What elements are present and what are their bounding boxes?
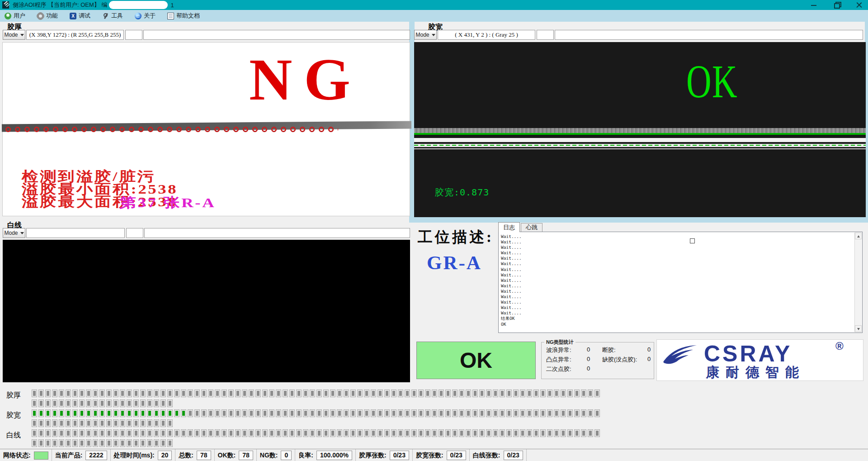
indicator-cell bbox=[201, 409, 207, 417]
indicator-cell bbox=[303, 390, 308, 397]
stat-wave-value: 0 bbox=[587, 346, 590, 353]
indicator-cell bbox=[289, 429, 295, 437]
indicator-cell bbox=[45, 419, 51, 427]
indicator-cell bbox=[32, 390, 37, 397]
indicator-cell bbox=[127, 409, 132, 417]
indicator-cell bbox=[52, 439, 57, 447]
chevron-down-icon bbox=[20, 34, 24, 36]
chevron-down-icon bbox=[20, 232, 24, 234]
menu-item-debug[interactable]: 调试 bbox=[70, 12, 90, 20]
indicator-cell bbox=[554, 409, 559, 417]
app-window: 侧涂AOI程序 【当前用户: OEM】 编 1 用户功能调试工具关于帮助文档 胶… bbox=[0, 0, 868, 461]
indicator-cell bbox=[99, 409, 105, 417]
indicator-cell bbox=[452, 429, 458, 437]
indicator-cell bbox=[127, 419, 132, 427]
result-ok-button[interactable]: OK bbox=[416, 342, 536, 379]
indicator-cell bbox=[350, 429, 356, 437]
indicator-cell bbox=[466, 409, 471, 417]
edge-line-green-dashed bbox=[414, 145, 866, 146]
indicator-cell bbox=[32, 439, 37, 447]
menu-item-about[interactable]: 关于 bbox=[135, 12, 156, 20]
indicator-cell bbox=[86, 409, 91, 417]
log-checkbox[interactable] bbox=[690, 238, 695, 243]
status-item-value: 100.000% bbox=[316, 451, 352, 460]
tab-log[interactable]: 日志 bbox=[498, 222, 520, 232]
log-scrollbar[interactable] bbox=[854, 233, 862, 332]
menu-item-tools[interactable]: 工具 bbox=[102, 12, 123, 20]
indicator-row bbox=[32, 439, 173, 447]
mode-label: Mode bbox=[4, 32, 18, 38]
indicator-cell bbox=[228, 409, 234, 417]
tab-heartbeat[interactable]: 心跳 bbox=[521, 223, 542, 232]
indicator-cell bbox=[249, 409, 254, 417]
tools-icon bbox=[102, 13, 109, 19]
indicator-cell bbox=[147, 409, 152, 417]
indicator-cell bbox=[255, 390, 261, 397]
status-item-value: 0/23 bbox=[504, 451, 523, 460]
status-item-value: 0 bbox=[281, 451, 292, 460]
indicator-cell bbox=[79, 399, 85, 407]
indicator-group-label: 胶厚 bbox=[6, 391, 21, 400]
indicator-cell bbox=[439, 390, 444, 397]
panel-divider-horizontal bbox=[409, 216, 868, 223]
minimize-button[interactable] bbox=[808, 0, 819, 10]
indicator-cell bbox=[567, 409, 573, 417]
indicator-cell bbox=[527, 409, 532, 417]
gear-icon bbox=[37, 13, 44, 19]
indicator-cell bbox=[201, 390, 207, 397]
indicator-cell bbox=[79, 419, 85, 427]
edge-line-green-1 bbox=[414, 133, 866, 135]
indicator-cell bbox=[93, 429, 98, 437]
indicator-cell bbox=[398, 390, 403, 397]
indicator-cell bbox=[242, 429, 247, 437]
mode-dropdown-glue-width[interactable]: Mode bbox=[414, 30, 437, 40]
indicator-cell bbox=[391, 390, 396, 397]
indicator-cell bbox=[452, 390, 458, 397]
indicator-cell bbox=[86, 439, 91, 447]
mode-dropdown-white-line[interactable]: Mode bbox=[3, 228, 25, 238]
result-text-ng: NG bbox=[249, 50, 362, 109]
scroll-up-icon[interactable] bbox=[855, 233, 862, 239]
indicator-cell bbox=[459, 409, 464, 417]
indicator-cell bbox=[106, 399, 112, 407]
indicator-row bbox=[32, 390, 600, 397]
app-logo-icon bbox=[2, 1, 9, 9]
indicator-cell bbox=[506, 429, 512, 437]
chevron-down-icon bbox=[432, 34, 435, 36]
indicator-cell bbox=[188, 390, 193, 397]
indicator-cell bbox=[52, 419, 57, 427]
indicator-cell bbox=[160, 419, 166, 427]
indicator-cell bbox=[106, 439, 112, 447]
restore-button[interactable] bbox=[831, 0, 842, 10]
stat-second-dispense-label: 二次点胶: bbox=[546, 365, 571, 373]
image-canvas-glue-width: OK 胶宽:0.873 bbox=[414, 42, 866, 217]
indicator-cell bbox=[93, 409, 98, 417]
indicator-cell bbox=[147, 429, 152, 437]
menu-item-user[interactable]: 用户 bbox=[5, 12, 25, 20]
window-title-suffix: 1 bbox=[170, 2, 174, 9]
indicator-cell bbox=[86, 390, 91, 397]
indicator-cell bbox=[66, 409, 71, 417]
image-canvas-white-line bbox=[3, 240, 410, 382]
indicator-cell bbox=[154, 409, 159, 417]
indicator-cell bbox=[66, 419, 71, 427]
scroll-down-icon[interactable] bbox=[855, 325, 862, 332]
indicator-cell bbox=[445, 390, 451, 397]
toolbar-box-long-white-line bbox=[144, 228, 410, 238]
indicator-cell bbox=[323, 390, 329, 397]
indicator-cell bbox=[38, 390, 44, 397]
station-description-label: 工位描述: bbox=[418, 227, 494, 247]
menu-item-help-doc-label: 帮助文档 bbox=[176, 12, 200, 20]
indicator-cell bbox=[269, 429, 274, 437]
indicator-cell bbox=[201, 429, 207, 437]
indicator-cell bbox=[520, 409, 525, 417]
log-output-box[interactable]: Wait....Wait....Wait....Wait....Wait....… bbox=[498, 232, 863, 333]
menu-item-function[interactable]: 功能 bbox=[37, 12, 58, 20]
indicator-cell bbox=[79, 409, 85, 417]
indicator-cell bbox=[493, 429, 498, 437]
log-line: Wait.... bbox=[501, 305, 853, 310]
close-button[interactable] bbox=[854, 0, 864, 10]
mode-dropdown-glue-thickness[interactable]: Mode bbox=[3, 30, 25, 40]
menu-item-help-doc[interactable]: 帮助文档 bbox=[167, 12, 200, 20]
indicator-row bbox=[32, 419, 173, 427]
